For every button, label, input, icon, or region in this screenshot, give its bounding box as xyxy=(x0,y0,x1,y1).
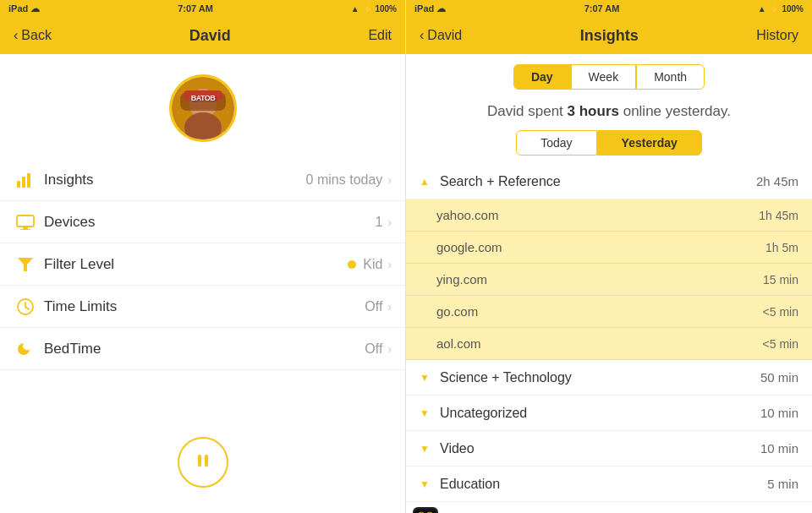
yahoo-time: 1h 45m xyxy=(759,209,798,222)
category-video[interactable]: ▼ Video 10 min xyxy=(406,431,812,467)
summary-text: David spent 3 hours online yesterday. xyxy=(406,96,812,130)
right-back-chevron-icon: ‹ xyxy=(420,28,424,43)
menu-item-devices[interactable]: Devices 1 › xyxy=(0,201,405,243)
site-ying[interactable]: ying.com 15 min xyxy=(406,264,812,296)
category-uncategorized[interactable]: ▼ Uncategorized 10 min xyxy=(406,396,812,431)
devices-chevron-icon: › xyxy=(387,216,392,229)
back-button[interactable]: ‹ Back xyxy=(14,28,52,43)
clock-icon xyxy=(14,298,37,315)
summary-bold: 3 hours xyxy=(568,103,619,119)
insights-chevron-icon: › xyxy=(387,173,392,187)
category-science[interactable]: ▼ Science + Technology 50 min xyxy=(406,360,812,396)
pause-section xyxy=(0,420,405,513)
svg-rect-10 xyxy=(23,226,28,229)
uncategorized-time: 10 min xyxy=(760,406,798,420)
google-time: 1h 5m xyxy=(765,241,798,254)
menu-item-insights[interactable]: Insights 0 mins today › xyxy=(0,159,405,201)
day-toggle-group: Today Yesterday xyxy=(406,130,812,164)
right-signal-icon: ▲ xyxy=(758,4,766,14)
education-time: 5 min xyxy=(767,477,798,491)
filter-value: Kid xyxy=(348,257,383,272)
menu-item-bedtime[interactable]: BedTime Off › xyxy=(0,328,405,370)
timelimits-value: Off xyxy=(365,299,382,314)
svg-line-15 xyxy=(25,307,29,309)
timelimits-chevron-icon: › xyxy=(387,300,392,314)
go-time: <5 min xyxy=(763,305,798,319)
disney-app-icon: D xyxy=(413,507,438,514)
ying-name: ying.com xyxy=(436,272,763,287)
search-time: 2h 45m xyxy=(756,174,798,188)
bedtime-label: BedTime xyxy=(44,341,365,357)
left-status-time: 7:07 AM xyxy=(178,3,213,14)
btn-today[interactable]: Today xyxy=(516,130,596,156)
left-status-bar: iPad ☁ 7:07 AM ▲ ⚡ 100% xyxy=(0,0,405,17)
insights-label: Insights xyxy=(44,172,306,188)
svg-rect-11 xyxy=(20,229,30,230)
right-back-label: David xyxy=(427,28,462,43)
devices-value: 1 xyxy=(375,215,382,230)
bedtime-chevron-icon: › xyxy=(387,342,392,356)
monitor-icon xyxy=(14,215,37,230)
left-nav-bar: ‹ Back David Edit xyxy=(0,17,405,54)
science-chevron-icon: ▼ xyxy=(420,372,436,384)
tab-month[interactable]: Month xyxy=(636,64,705,90)
insights-list: ▲ Search + Reference 2h 45m yahoo.com 1h… xyxy=(406,164,812,513)
yahoo-name: yahoo.com xyxy=(436,208,759,222)
site-go[interactable]: go.com <5 min xyxy=(406,296,812,328)
timelimits-label: Time Limits xyxy=(44,298,365,315)
video-label: Video xyxy=(440,441,760,456)
video-chevron-icon: ▼ xyxy=(420,443,436,455)
science-time: 50 min xyxy=(760,370,798,385)
site-aol[interactable]: aol.com <5 min xyxy=(406,328,812,360)
time-toggle-group: Day Week Month xyxy=(406,54,812,96)
history-button[interactable]: History xyxy=(756,28,798,43)
menu-item-filter[interactable]: Filter Level Kid › xyxy=(0,243,405,286)
pause-button[interactable] xyxy=(178,437,228,488)
site-yahoo[interactable]: yahoo.com 1h 45m xyxy=(406,199,812,232)
aol-time: <5 min xyxy=(763,337,798,351)
right-status-left: iPad ☁ xyxy=(414,3,446,14)
right-battery-icon: ⚡ 100% xyxy=(770,4,804,14)
uncategorized-label: Uncategorized xyxy=(440,406,760,421)
right-status-time: 7:07 AM xyxy=(584,3,620,14)
right-back-button[interactable]: ‹ David xyxy=(420,28,462,43)
nav-title: David xyxy=(189,27,231,45)
avatar-section: BATOB xyxy=(0,54,405,159)
avatar[interactable]: BATOB xyxy=(169,74,237,142)
battery-icon: ⚡ 100% xyxy=(363,4,397,14)
svg-rect-9 xyxy=(17,216,34,226)
filter-chevron-icon: › xyxy=(387,258,392,271)
ying-time: 15 min xyxy=(763,273,798,287)
site-google[interactable]: google.com 1h 5m xyxy=(406,232,812,264)
education-chevron-icon: ▼ xyxy=(420,478,436,490)
video-time: 10 min xyxy=(760,441,798,456)
menu-item-timelimits[interactable]: Time Limits Off › xyxy=(0,286,405,328)
category-education[interactable]: ▼ Education 5 min xyxy=(406,467,812,502)
tab-day[interactable]: Day xyxy=(513,64,571,90)
summary-post: online yesterday. xyxy=(619,103,731,119)
left-status-right: ▲ ⚡ 100% xyxy=(351,4,397,14)
science-label: Science + Technology xyxy=(440,370,760,385)
uncategorized-chevron-icon: ▼ xyxy=(420,407,436,419)
btn-yesterday[interactable]: Yesterday xyxy=(597,130,702,156)
bedtime-value: Off xyxy=(365,341,382,357)
category-search[interactable]: ▲ Search + Reference 2h 45m xyxy=(406,164,812,199)
avatar-image: BATOB xyxy=(172,77,234,139)
svg-rect-7 xyxy=(22,177,25,188)
tab-week[interactable]: Week xyxy=(571,64,637,90)
svg-rect-17 xyxy=(205,455,208,467)
summary-pre: David spent xyxy=(487,103,568,119)
bar-chart-icon xyxy=(14,172,37,188)
insights-value: 0 mins today xyxy=(306,172,383,188)
disney-row[interactable]: D Disney 5 min xyxy=(406,502,812,513)
svg-marker-12 xyxy=(18,258,33,271)
svg-rect-18 xyxy=(414,509,436,514)
edit-button[interactable]: Edit xyxy=(368,28,392,43)
svg-rect-8 xyxy=(27,173,30,188)
filter-badge xyxy=(348,260,356,269)
signal-icon: ▲ xyxy=(351,4,359,14)
pause-icon xyxy=(194,451,212,473)
devices-label: Devices xyxy=(44,214,375,231)
right-nav-title: Insights xyxy=(580,27,639,45)
left-status-left: iPad ☁ xyxy=(8,3,40,14)
